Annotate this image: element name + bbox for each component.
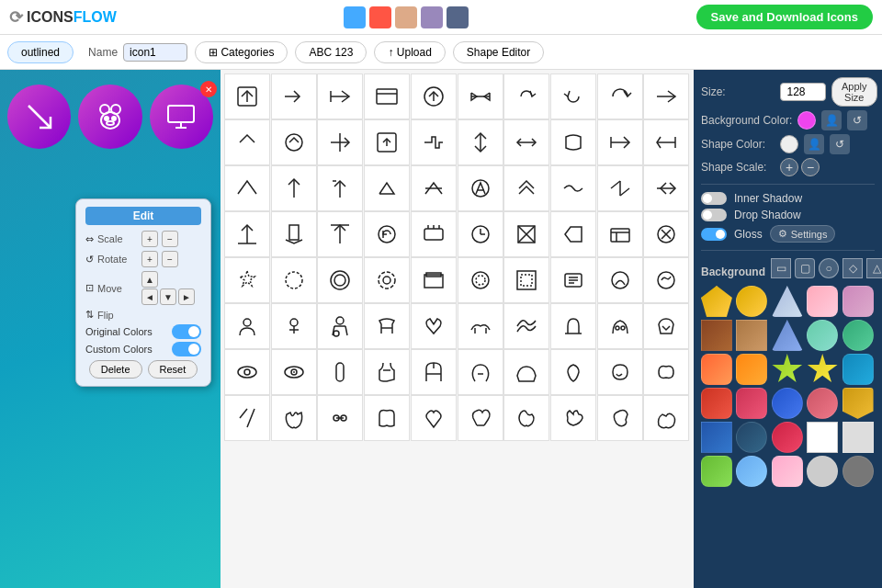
bg-swatch[interactable] <box>736 354 767 385</box>
custom-colors-toggle[interactable] <box>172 342 201 356</box>
bg-swatch[interactable] <box>736 388 767 419</box>
move-right-btn[interactable]: ► <box>178 288 195 305</box>
icon-cell[interactable] <box>643 257 689 303</box>
icon-cell[interactable] <box>458 119 503 165</box>
gloss-toggle[interactable] <box>701 228 727 241</box>
icon-cell[interactable] <box>597 395 643 441</box>
icon-cell[interactable] <box>411 257 457 303</box>
upload-button[interactable]: ↑ Upload <box>374 41 445 63</box>
icon-cell[interactable] <box>597 257 643 303</box>
icon-cell[interactable] <box>317 211 363 257</box>
settings-button[interactable]: ⚙ Settings <box>770 225 836 243</box>
swatch-dark[interactable] <box>447 6 469 28</box>
bg-swatch[interactable] <box>701 456 732 487</box>
bg-shape-triangle-btn[interactable]: △ <box>866 258 882 278</box>
icon-cell[interactable] <box>271 349 317 395</box>
scale-add-btn[interactable]: + <box>141 231 158 247</box>
bg-swatch[interactable] <box>807 320 838 351</box>
outlined-button[interactable]: outlined <box>7 41 74 63</box>
icon-cell[interactable] <box>364 257 410 303</box>
bg-swatch[interactable] <box>701 422 732 453</box>
bg-shape-diamond-btn[interactable]: ◇ <box>842 258 863 278</box>
original-colors-toggle[interactable] <box>172 324 201 339</box>
icon-cell[interactable] <box>503 211 549 257</box>
icon-cell[interactable] <box>550 165 596 211</box>
icon-cell[interactable] <box>317 395 363 441</box>
icon-cell[interactable] <box>550 395 596 441</box>
bg-swatch[interactable] <box>772 388 803 419</box>
delete-icon-3[interactable]: ✕ <box>200 81 217 97</box>
icon-cell[interactable] <box>550 211 596 257</box>
bg-color-person-icon[interactable]: 👤 <box>821 110 842 130</box>
icon-cell[interactable] <box>411 165 457 211</box>
icon-cell[interactable] <box>411 303 457 349</box>
scale-sub-btn[interactable]: − <box>801 158 820 176</box>
icon-cell[interactable] <box>224 303 270 349</box>
bg-swatch[interactable] <box>807 286 838 317</box>
bg-shape-rounded-btn[interactable]: ▢ <box>795 258 815 278</box>
icon-cell[interactable] <box>643 165 689 211</box>
icon-cell[interactable] <box>271 165 317 211</box>
icon-cell[interactable] <box>503 257 549 303</box>
bg-swatch[interactable] <box>772 456 803 487</box>
swatch-red[interactable] <box>369 6 391 28</box>
icon-cell[interactable] <box>643 119 689 165</box>
swatch-tan[interactable] <box>395 6 417 28</box>
icon-cell[interactable] <box>317 74 363 119</box>
bg-swatch[interactable] <box>736 286 767 317</box>
icon-cell[interactable] <box>503 395 549 441</box>
bg-swatch[interactable] <box>701 354 732 385</box>
bg-swatch[interactable] <box>772 286 803 317</box>
bg-swatch[interactable] <box>701 286 732 317</box>
shape-editor-button[interactable]: Shape Editor <box>453 41 544 63</box>
delete-button[interactable]: Delete <box>89 360 142 379</box>
bg-color-dot[interactable] <box>797 111 816 130</box>
icon-cell[interactable] <box>224 211 270 257</box>
apply-size-button[interactable]: Apply Size <box>831 77 877 107</box>
icon-cell[interactable] <box>458 349 503 395</box>
icon-cell[interactable] <box>597 165 643 211</box>
icon-cell[interactable] <box>224 119 270 165</box>
icon-cell[interactable] <box>317 165 363 211</box>
icon-cell[interactable] <box>364 165 410 211</box>
icon-cell[interactable] <box>503 349 549 395</box>
icon-cell[interactable] <box>503 119 549 165</box>
shape-color-refresh-icon[interactable]: ↺ <box>830 134 850 154</box>
icon-cell[interactable] <box>271 395 317 441</box>
bg-swatch[interactable] <box>736 456 767 487</box>
icon-cell[interactable] <box>411 349 457 395</box>
bg-swatch[interactable] <box>701 388 732 419</box>
swatch-purple[interactable] <box>421 6 443 28</box>
drop-shadow-toggle[interactable] <box>701 209 727 221</box>
icon-cell[interactable] <box>364 119 410 165</box>
icon-cell[interactable] <box>364 74 410 119</box>
bg-swatch[interactable] <box>807 354 838 385</box>
icon-cell[interactable] <box>317 349 363 395</box>
icon-cell[interactable] <box>643 395 689 441</box>
icon-cell[interactable] <box>224 257 270 303</box>
shape-color-dot[interactable] <box>780 135 798 153</box>
swatch-blue[interactable] <box>344 6 366 28</box>
bg-color-refresh-icon[interactable]: ↺ <box>847 110 867 130</box>
inner-shadow-toggle[interactable] <box>701 192 727 205</box>
shape-color-person-icon[interactable]: 👤 <box>804 134 824 154</box>
icon-grid-container[interactable] <box>220 70 694 588</box>
icon-cell[interactable] <box>317 303 363 349</box>
categories-button[interactable]: ⊞ Categories <box>195 41 288 63</box>
icon-cell[interactable] <box>364 395 410 441</box>
icon-cell[interactable] <box>271 303 317 349</box>
icon-cell[interactable] <box>597 74 643 119</box>
icon-cell[interactable] <box>550 119 596 165</box>
size-input[interactable] <box>780 83 826 101</box>
move-left-btn[interactable]: ◄ <box>141 288 158 305</box>
icon-cell[interactable] <box>643 211 689 257</box>
icon-cell[interactable] <box>271 257 317 303</box>
scale-sub-btn[interactable]: − <box>162 231 178 247</box>
icon-cell[interactable] <box>597 119 643 165</box>
icon-cell[interactable] <box>458 303 503 349</box>
bg-swatch[interactable] <box>842 388 874 419</box>
icon-cell[interactable] <box>458 165 503 211</box>
icon-cell[interactable] <box>597 303 643 349</box>
save-download-button[interactable]: Save and Download Icons <box>696 5 873 29</box>
bg-swatch[interactable] <box>772 354 803 385</box>
